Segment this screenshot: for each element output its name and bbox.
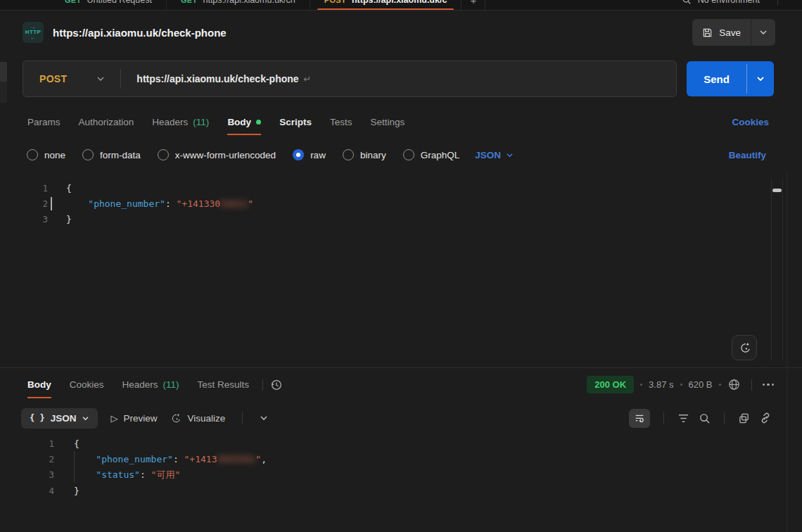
http-protocol-icon: → HTTP ← (23, 22, 44, 43)
environment-selector[interactable]: No environment (698, 0, 760, 5)
send-label[interactable]: Send (687, 61, 746, 96)
search-in-response-icon[interactable] (699, 412, 711, 424)
code-line[interactable]: 2 "phone_number": "+14133055501", (0, 451, 802, 467)
response-tab-body[interactable]: Body (18, 368, 61, 401)
tab-scripts[interactable]: Scripts (270, 106, 321, 138)
request-tab-1[interactable]: GET Untitled Request (51, 0, 167, 11)
code-line[interactable]: 3} (0, 212, 802, 227)
url-input[interactable]: https://api.xiaomu.uk/check-phone↵ (136, 73, 311, 84)
status-badge[interactable]: 200 OK (587, 376, 634, 393)
request-tab-bar: Params Authorization Headers(11) Body Sc… (0, 106, 802, 138)
code-line[interactable]: 1{ (0, 180, 802, 196)
response-tab-headers[interactable]: Headers(11) (113, 368, 189, 401)
save-icon (702, 27, 713, 38)
postbot-button[interactable] (732, 335, 757, 360)
method-dropdown[interactable]: POST (39, 73, 67, 84)
radio-x-www-form-urlencoded[interactable]: x-www-form-urlencoded (158, 149, 276, 160)
response-tab-cookies[interactable]: Cookies (61, 368, 113, 401)
redacted-text: 3055501 (217, 454, 256, 464)
radio-form-data[interactable]: form-data (82, 149, 141, 160)
tab-label: https://api.xiaomu.uk/ch (203, 0, 295, 5)
response-body-editor[interactable]: 1{2 "phone_number": "+14133055501",3 "st… (0, 435, 802, 532)
cookies-link[interactable]: Cookies (732, 117, 769, 127)
tab-authorization[interactable]: Authorization (70, 106, 144, 138)
code-text: "phone_number": "+14133055012" (66, 198, 253, 209)
code-text: } (74, 486, 79, 496)
response-size[interactable]: 620 B (689, 379, 713, 390)
search-icon[interactable] (682, 0, 692, 5)
url-bar: POST https://api.xiaomu.uk/check-phone↵ (23, 61, 677, 97)
code-line[interactable]: 4} (0, 483, 802, 498)
workspace-tab-strip: GET Untitled Request GET https://api.xia… (0, 0, 802, 11)
code-text: "status": "可用" (74, 469, 180, 481)
beautify-link[interactable]: Beautify (729, 150, 766, 160)
word-wrap-button[interactable] (629, 409, 650, 428)
save-label: Save (719, 27, 741, 38)
radio-icon (27, 149, 38, 160)
method-chevron-icon[interactable] (96, 76, 105, 82)
tab-label: https://api.xiaomu.uk/c (352, 0, 447, 5)
radio-icon (343, 149, 354, 160)
preview-button[interactable]: ▷ Preview (110, 413, 157, 424)
api-client-window: GET Untitled Request GET https://api.xia… (0, 0, 802, 532)
send-options-chevron[interactable] (747, 61, 774, 96)
radio-icon (82, 149, 94, 160)
network-globe-icon[interactable] (727, 378, 741, 391)
filter-icon[interactable] (677, 413, 689, 424)
code-line[interactable]: 1{ (0, 436, 802, 451)
body-mode-bar: none form-data x-www-form-urlencoded raw… (0, 138, 802, 172)
radio-graphql[interactable]: GraphQL (403, 149, 460, 160)
tab-headers[interactable]: Headers(11) (143, 106, 218, 138)
method-badge: GET (181, 0, 198, 4)
response-time[interactable]: 3.87 s (649, 379, 673, 390)
send-button[interactable]: Send (687, 61, 774, 96)
body-language-dropdown[interactable]: JSON (475, 150, 514, 160)
save-button[interactable]: Save (692, 19, 775, 46)
radio-icon (158, 149, 169, 160)
link-icon[interactable] (759, 412, 772, 424)
code-line[interactable]: 3 "status": "可用" (0, 467, 802, 483)
visualize-button[interactable]: Visualize (170, 412, 225, 424)
response-toolbar: { } JSON ▷ Preview Visualize (0, 401, 802, 435)
response-format-dropdown[interactable]: { } JSON (21, 408, 98, 429)
method-badge: POST (324, 0, 346, 4)
preview-icon: ▷ (110, 413, 117, 424)
line-number: 1 (18, 438, 54, 449)
save-options-chevron[interactable] (751, 19, 775, 46)
new-tab-button[interactable]: + (462, 0, 485, 11)
divider (751, 379, 752, 391)
response-tab-bar: Body Cookies Headers(11) Test Results 20… (0, 367, 802, 401)
line-number: 1 (18, 183, 48, 194)
editor-scrollbar[interactable] (771, 179, 783, 360)
response-tab-test-results[interactable]: Test Results (189, 368, 259, 401)
tab-body[interactable]: Body (218, 106, 270, 138)
line-number: 2 (18, 454, 54, 464)
radio-binary[interactable]: binary (343, 149, 386, 160)
request-body-editor[interactable]: 1{2 "phone_number": "+14133055012"3} (0, 172, 802, 367)
history-icon[interactable] (270, 379, 283, 391)
visualize-sparkle-icon (170, 412, 182, 424)
copy-icon[interactable] (738, 412, 750, 424)
request-tab-3-active[interactable]: POST https://api.xiaomu.uk/c (310, 0, 462, 11)
tab-tests[interactable]: Tests (321, 106, 362, 138)
divider (777, 0, 778, 6)
code-text: "phone_number": "+14133055501", (74, 454, 267, 464)
code-text: { (74, 438, 79, 449)
body-content-dot (256, 120, 261, 125)
radio-none[interactable]: none (27, 149, 65, 160)
indent-guide (74, 467, 75, 483)
method-badge: GET (65, 0, 82, 4)
code-text: } (66, 214, 72, 224)
more-options-icon[interactable] (763, 384, 775, 386)
tab-settings[interactable]: Settings (361, 106, 414, 138)
request-tab-2[interactable]: GET https://api.xiaomu.uk/ch (167, 0, 310, 11)
tab-params[interactable]: Params (18, 106, 70, 138)
radio-raw[interactable]: raw (293, 149, 326, 160)
tab-label: Untitled Request (87, 0, 152, 5)
more-views-chevron[interactable] (260, 415, 268, 421)
scrollbar-thumb[interactable] (772, 189, 782, 192)
code-line[interactable]: 2 "phone_number": "+14133055012" (0, 196, 802, 211)
headers-count: (11) (163, 379, 179, 390)
line-number: 2 (18, 198, 48, 209)
code-text: { (66, 183, 72, 194)
